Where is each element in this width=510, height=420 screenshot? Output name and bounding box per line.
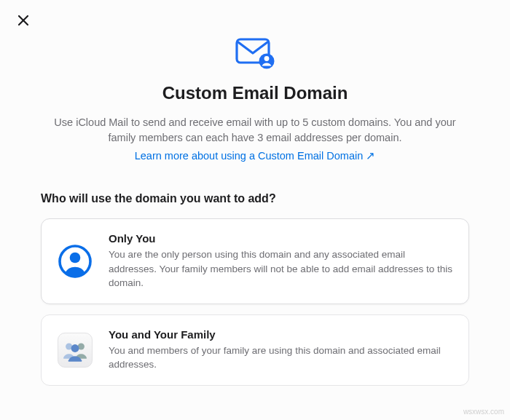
option-description: You are the only person using this domai… [109,247,452,290]
family-group-icon [58,333,93,368]
description-text: Use iCloud Mail to send and receive emai… [44,115,466,146]
svg-point-6 [70,253,81,264]
option-family[interactable]: You and Your Family You and members of y… [41,314,469,386]
options-list: Only You You are the only person using t… [41,218,469,386]
svg-point-4 [264,56,270,61]
close-button[interactable] [16,13,31,28]
option-description: You and members of your family are using… [109,344,452,372]
option-text: You and Your Family You and members of y… [109,328,452,372]
mail-person-icon [233,35,277,70]
option-title: Only You [109,232,452,245]
option-title: You and Your Family [109,328,452,341]
svg-point-9 [71,344,79,352]
svg-point-3 [259,54,275,69]
page-title: Custom Email Domain [162,83,348,103]
learn-more-link[interactable]: Learn more about using a Custom Email Do… [135,150,376,162]
option-text: Only You You are the only person using t… [109,232,452,290]
main-content: Custom Email Domain Use iCloud Mail to s… [0,0,510,386]
option-only-you[interactable]: Only You You are the only person using t… [41,218,469,304]
person-circle-icon [58,244,93,279]
watermark: wsxwsx.com [463,408,504,416]
close-icon [17,15,29,26]
section-question: Who will use the domain you want to add? [41,192,276,205]
